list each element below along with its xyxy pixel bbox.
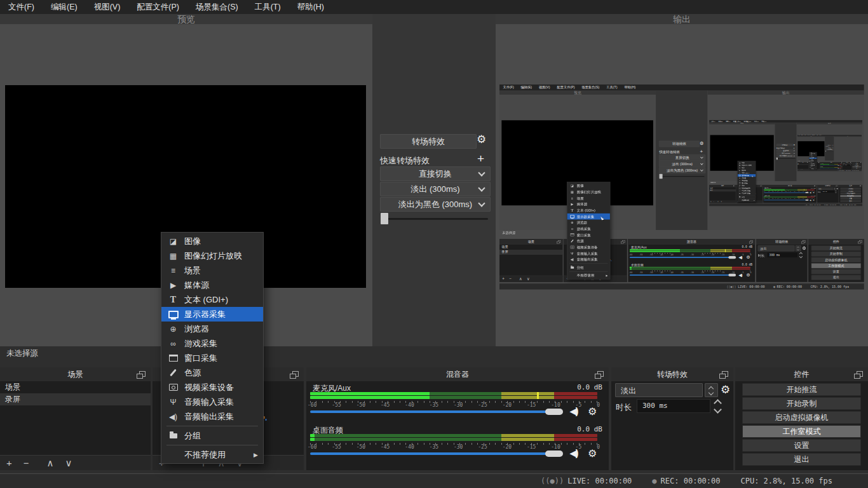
scene-list-item[interactable]: 场景 xyxy=(0,381,151,393)
context-menu-item-label: 分组 xyxy=(184,430,201,442)
duration-value: 300 ms xyxy=(642,402,668,410)
context-menu-item[interactable]: 色源 xyxy=(161,365,263,380)
context-menu-item[interactable]: ⊕浏览器 xyxy=(161,322,263,336)
transition-select[interactable]: 淡出 xyxy=(615,383,703,397)
menu-separator xyxy=(166,445,258,445)
transitions-panel-header[interactable]: 转场特效 xyxy=(611,367,733,381)
record-dot-icon: ● xyxy=(652,477,656,485)
context-menu-item[interactable]: 不推荐使用▶ xyxy=(161,447,263,462)
browser-icon: ⊕ xyxy=(168,325,179,334)
add-quick-transition-icon[interactable]: + xyxy=(477,152,484,166)
menubar-item-6[interactable]: 帮助(H) xyxy=(289,0,332,14)
transition-button[interactable]: 转场特效 xyxy=(380,134,477,149)
image-icon: ◪ xyxy=(168,237,179,246)
add-scene-icon[interactable]: + xyxy=(6,456,12,470)
context-menu-item[interactable]: ≡场景 xyxy=(161,263,263,278)
context-menu-item-label: 音频输入采集 xyxy=(184,396,234,408)
context-menu-item[interactable]: ◪图像 xyxy=(161,234,263,248)
move-scene-down-icon[interactable]: ∨ xyxy=(65,456,72,470)
mixer-panel-header[interactable]: 混音器 xyxy=(306,367,609,381)
scene-icon: ≡ xyxy=(168,266,179,275)
volume-slider-handle[interactable] xyxy=(545,451,563,457)
duration-stepper[interactable] xyxy=(712,399,724,413)
context-menu-item-label: 色源 xyxy=(184,367,201,379)
mixer-channel-db: 0.0 dB xyxy=(577,383,602,391)
mute-speaker-icon[interactable]: ◀) xyxy=(570,448,577,458)
menubar-item-1[interactable]: 编辑(E) xyxy=(43,0,86,14)
move-scene-up-icon[interactable]: ∧ xyxy=(47,456,54,470)
control-button-1[interactable]: 开始录制 xyxy=(742,397,861,410)
undock-icon[interactable] xyxy=(597,371,604,377)
control-button-5[interactable]: 退出 xyxy=(742,453,861,466)
remove-scene-icon[interactable]: − xyxy=(24,456,29,470)
scene-list-item[interactable]: 录屏 xyxy=(0,393,151,405)
chevron-down-icon xyxy=(478,169,485,176)
context-menu-item[interactable]: 窗口采集 xyxy=(161,351,263,365)
context-menu-item-label: 音频输出采集 xyxy=(184,411,234,423)
obs-window: 文件(F)编辑(E)视图(V)配置文件(P)场景集合(S)工具(T)帮助(H) … xyxy=(0,0,868,488)
output-pane: 输出 文件(F)编辑(E)视图(V)配置文件(P)场景集合(S)工具(T)帮助(… xyxy=(496,14,868,346)
add-source-context-menu: ◪图像▦图像幻灯片放映≡场景▶媒体源T文本 (GDI+)显示器采集⊕浏览器∞游戏… xyxy=(161,232,264,464)
group-icon xyxy=(168,433,179,438)
context-menu-item-label: 浏览器 xyxy=(184,323,209,335)
duration-label: 时长 xyxy=(616,402,632,413)
tbar-handle[interactable] xyxy=(381,213,388,224)
duration-input[interactable]: 300 ms xyxy=(637,399,710,413)
context-menu-item[interactable]: T文本 (GDI+) xyxy=(161,292,263,307)
channel-settings-gear-icon[interactable]: ⚙ xyxy=(588,448,597,459)
control-button-3[interactable]: 工作室模式 xyxy=(742,425,861,438)
mixer-panel-title: 混音器 xyxy=(446,369,469,380)
context-menu-item[interactable]: ◀)音频输出采集 xyxy=(161,409,263,424)
context-menu-item[interactable]: ▦图像幻灯片放映 xyxy=(161,248,263,263)
chevron-down-icon xyxy=(478,184,485,191)
transition-column: 转场特效 ⚙ 快速转场特效 + 直接切换 淡出 (300ms) 淡出为黑色 (3… xyxy=(372,14,496,346)
undock-icon[interactable] xyxy=(722,371,728,377)
cpu-fps-stats: CPU: 2.8%, 15.00 fps xyxy=(741,477,833,485)
context-menu-item[interactable]: ▶媒体源 xyxy=(161,278,263,292)
transition-select-spinner[interactable] xyxy=(705,383,718,397)
context-menu-item[interactable]: 视频采集设备 xyxy=(161,380,263,395)
camera-icon xyxy=(168,384,179,391)
context-menu-item[interactable]: ∞游戏采集 xyxy=(161,336,263,351)
control-button-4[interactable]: 设置 xyxy=(742,439,861,452)
context-menu-item[interactable]: 显示器采集 xyxy=(161,307,263,322)
control-button-2[interactable]: 启动虚拟摄像机 xyxy=(742,411,861,424)
menubar-item-0[interactable]: 文件(F) xyxy=(0,0,43,14)
context-menu-item[interactable]: Ψ音频输入采集 xyxy=(161,395,263,409)
volume-slider[interactable] xyxy=(310,408,564,416)
color-icon xyxy=(168,369,179,377)
fade-black-transition-dropdown[interactable]: 淡出为黑色 (300ms) xyxy=(380,197,491,212)
volume-slider-handle[interactable] xyxy=(545,409,563,415)
menubar-item-5[interactable]: 工具(T) xyxy=(247,0,289,14)
mute-speaker-icon[interactable]: ◀) xyxy=(570,406,577,416)
quick-transition-label: 快速转场特效 xyxy=(380,155,430,166)
status-bar: ((●)) LIVE: 00:00:00 ● REC: 00:00:00 CPU… xyxy=(0,473,868,488)
context-menu-item-label: 视频采集设备 xyxy=(184,382,234,393)
gamepad-icon: ∞ xyxy=(168,339,179,348)
undock-icon[interactable] xyxy=(139,371,146,377)
mixer-channel-db: 0.0 dB xyxy=(577,425,602,433)
output-label: 输出 xyxy=(496,14,868,24)
volume-meter xyxy=(310,392,597,400)
controls-panel-header[interactable]: 控件 xyxy=(735,367,868,381)
menubar-item-2[interactable]: 视图(V) xyxy=(86,0,129,14)
fade-transition-dropdown[interactable]: 淡出 (300ms) xyxy=(380,182,491,196)
transition-properties-gear-icon[interactable]: ⚙ xyxy=(721,384,730,396)
transition-gear-icon[interactable]: ⚙ xyxy=(477,134,486,146)
cut-transition-dropdown[interactable]: 直接切换 xyxy=(380,166,491,181)
menubar-item-3[interactable]: 配置文件(P) xyxy=(128,0,187,14)
context-menu-item-label: 显示器采集 xyxy=(184,309,226,320)
menubar-item-4[interactable]: 场景集合(S) xyxy=(187,0,247,14)
context-menu-item[interactable]: 分组 xyxy=(161,428,263,443)
scenes-panel-header[interactable]: 场景 xyxy=(0,367,151,381)
context-menu-item-label: 图像 xyxy=(184,236,201,247)
volume-slider[interactable] xyxy=(310,450,564,458)
scenes-panel: 场景 场景录屏 + − ∧ ∨ xyxy=(0,367,151,470)
undock-icon[interactable] xyxy=(292,371,299,377)
undock-icon[interactable] xyxy=(857,371,863,377)
control-button-0[interactable]: 开始推流 xyxy=(742,383,861,396)
tbar-track xyxy=(381,218,488,220)
slideshow-icon: ▦ xyxy=(168,252,179,261)
controls-panel-title: 控件 xyxy=(794,369,810,380)
channel-settings-gear-icon[interactable]: ⚙ xyxy=(588,406,597,417)
